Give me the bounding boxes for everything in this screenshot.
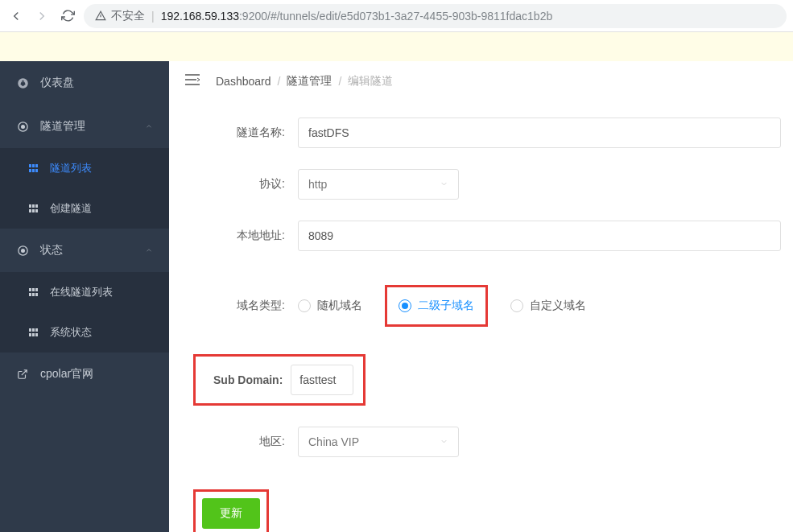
sidebar-label: 在线隧道列表 [50, 285, 113, 299]
row-region: 地区: China VIP [201, 427, 781, 457]
main-content: Dashboard / 隧道管理 / 编辑隧道 隧道名称: 协议: http [169, 61, 793, 532]
sidebar-item-dashboard[interactable]: 仪表盘 [0, 61, 169, 105]
sidebar-label: 状态 [40, 243, 63, 258]
svg-point-1 [21, 125, 24, 128]
topbar: Dashboard / 隧道管理 / 编辑隧道 [169, 61, 793, 101]
radio-custom-domain[interactable]: 自定义域名 [510, 299, 586, 313]
svg-rect-13 [35, 209, 38, 212]
chevron-down-icon [440, 178, 448, 191]
forward-button[interactable] [32, 6, 52, 26]
svg-rect-27 [35, 333, 38, 336]
url-bar[interactable]: 不安全 | 192.168.59.133:9200/#/tunnels/edit… [84, 4, 787, 28]
subdomain-input[interactable] [291, 365, 353, 395]
radio-subdomain[interactable]: 二级子域名 [399, 299, 474, 313]
grid-icon [29, 164, 39, 172]
highlight-band [0, 32, 793, 61]
chevron-down-icon [440, 435, 448, 448]
svg-rect-2 [29, 164, 31, 167]
svg-rect-17 [32, 288, 35, 291]
radio-label: 自定义域名 [530, 299, 586, 313]
row-subdomain: Sub Domain: [193, 354, 781, 406]
sidebar-item-tunnel-mgmt[interactable]: 隧道管理 [0, 105, 169, 148]
radio-circle-icon [399, 299, 411, 312]
svg-rect-20 [32, 293, 35, 296]
breadcrumb-dashboard[interactable]: Dashboard [216, 75, 271, 88]
breadcrumb: Dashboard / 隧道管理 / 编辑隧道 [216, 74, 393, 89]
breadcrumb-sep: / [338, 75, 341, 88]
sidebar-item-tunnel-list[interactable]: 隧道列表 [0, 148, 169, 188]
status-icon [16, 244, 29, 257]
sidebar-item-create-tunnel[interactable]: 创建隧道 [0, 188, 169, 229]
svg-rect-16 [29, 288, 31, 291]
domain-type-label: 域名类型: [201, 299, 298, 313]
highlight-box: 更新 [193, 489, 269, 532]
sidebar-label: 创建隧道 [50, 201, 92, 216]
grid-icon [29, 288, 39, 296]
grid-icon [29, 204, 39, 212]
svg-rect-4 [35, 164, 38, 167]
svg-rect-22 [29, 328, 31, 332]
region-select[interactable]: China VIP [298, 427, 459, 457]
svg-rect-6 [32, 169, 35, 172]
breadcrumb-sep: / [278, 75, 281, 88]
radio-label: 二级子域名 [418, 299, 474, 313]
svg-rect-5 [29, 169, 31, 172]
radio-label: 随机域名 [317, 299, 362, 313]
tunnel-name-input[interactable] [298, 118, 781, 148]
svg-rect-19 [29, 293, 31, 296]
svg-rect-26 [32, 333, 35, 336]
menu-toggle-icon[interactable] [185, 74, 200, 89]
svg-rect-10 [35, 204, 38, 208]
warning-icon [95, 10, 106, 22]
sidebar-label: 系统状态 [50, 325, 92, 340]
submit-button[interactable]: 更新 [202, 498, 260, 529]
sidebar-item-online-tunnels[interactable]: 在线隧道列表 [0, 272, 169, 312]
chevron-up-icon [145, 244, 153, 257]
browser-toolbar: 不安全 | 192.168.59.133:9200/#/tunnels/edit… [0, 0, 793, 32]
svg-rect-3 [32, 164, 35, 167]
radio-circle-icon [510, 299, 523, 312]
highlight-box: Sub Domain: [193, 354, 366, 406]
svg-rect-8 [29, 204, 31, 208]
grid-icon [29, 328, 39, 336]
region-value: China VIP [308, 435, 359, 448]
sidebar-label: 仪表盘 [40, 76, 74, 90]
tunnel-name-label: 隧道名称: [201, 126, 298, 140]
url-text: 192.168.59.133:9200/#/tunnels/edit/e5d07… [161, 10, 553, 23]
sidebar-label: 隧道管理 [40, 119, 85, 134]
protocol-label: 协议: [201, 177, 298, 192]
subdomain-label: Sub Domain: [213, 373, 291, 386]
radio-circle-icon [298, 299, 311, 312]
svg-point-15 [21, 249, 24, 252]
reload-button[interactable] [58, 6, 77, 26]
svg-rect-7 [35, 169, 38, 172]
radio-random-domain[interactable]: 随机域名 [298, 299, 362, 313]
sidebar-item-system-status[interactable]: 系统状态 [0, 312, 169, 353]
svg-rect-21 [35, 293, 38, 296]
insecure-label: 不安全 [111, 9, 145, 23]
svg-rect-23 [32, 328, 35, 332]
sidebar-label: cpolar官网 [40, 367, 93, 381]
tunnel-mgmt-icon [16, 120, 29, 133]
svg-rect-24 [35, 328, 38, 332]
region-label: 地区: [201, 435, 298, 449]
external-link-icon [16, 368, 29, 381]
svg-rect-11 [29, 209, 31, 212]
row-local-addr: 本地地址: [201, 221, 781, 251]
breadcrumb-tunnel-mgmt[interactable]: 隧道管理 [287, 74, 332, 89]
breadcrumb-edit-tunnel: 编辑隧道 [348, 74, 393, 89]
local-addr-input[interactable] [298, 221, 781, 251]
submit-area: 更新 [201, 489, 781, 532]
sidebar-item-status[interactable]: 状态 [0, 229, 169, 272]
protocol-select[interactable]: http [298, 169, 459, 200]
insecure-indicator: 不安全 [95, 9, 145, 23]
svg-rect-9 [32, 204, 35, 208]
svg-rect-12 [32, 209, 35, 212]
protocol-value: http [308, 178, 327, 191]
sidebar-item-cpolar-site[interactable]: cpolar官网 [0, 353, 169, 396]
row-tunnel-name: 隧道名称: [201, 118, 781, 148]
back-button[interactable] [6, 6, 26, 26]
svg-rect-25 [29, 333, 31, 336]
sidebar-label: 隧道列表 [50, 161, 92, 175]
form-area: 隧道名称: 协议: http 本地地址: 域名类型: [169, 101, 793, 532]
